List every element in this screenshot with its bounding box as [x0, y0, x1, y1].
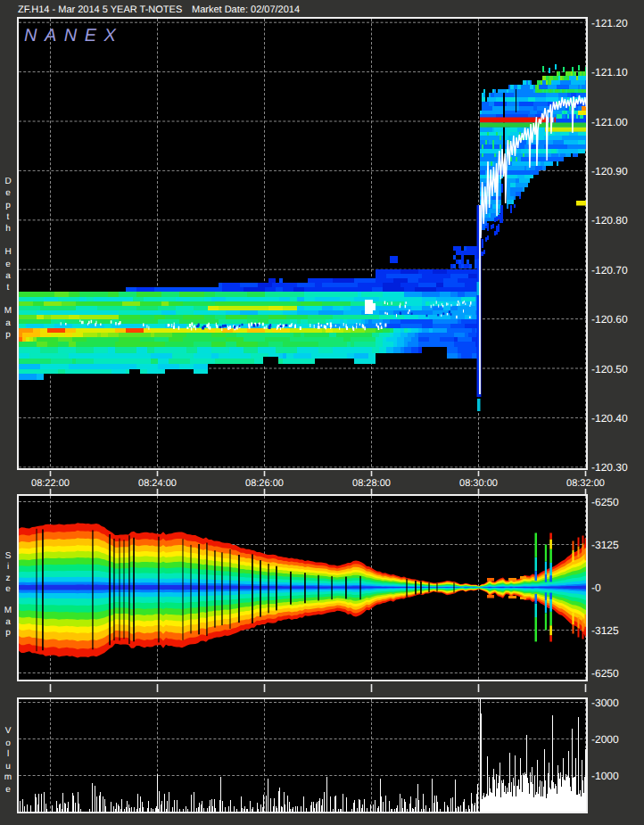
svg-text:m: m	[4, 772, 12, 782]
svg-text:08:32:00: 08:32:00	[566, 478, 605, 489]
svg-text:M: M	[4, 606, 12, 615]
svg-text:p: p	[5, 201, 11, 210]
svg-text:08:28:00: 08:28:00	[352, 478, 391, 489]
svg-text:p: p	[5, 330, 11, 340]
svg-text:i: i	[7, 562, 9, 572]
svg-text:V: V	[5, 726, 12, 736]
svg-text:-3125: -3125	[591, 624, 619, 637]
svg-text:-121.00: -121.00	[591, 116, 628, 128]
svg-text:-6250: -6250	[591, 667, 619, 680]
svg-text:o: o	[5, 738, 11, 748]
svg-text:a: a	[5, 318, 11, 328]
svg-text:-3000: -3000	[591, 697, 619, 709]
svg-text:Market Date: 02/07/2014: Market Date: 02/07/2014	[192, 4, 300, 15]
svg-text:-121.10: -121.10	[591, 66, 628, 78]
svg-text:-2000: -2000	[591, 733, 619, 746]
svg-text:h: h	[5, 224, 11, 234]
svg-text:t: t	[7, 283, 10, 293]
svg-text:08:30:00: 08:30:00	[459, 478, 498, 489]
svg-text:e: e	[5, 785, 11, 795]
svg-text:l: l	[7, 749, 9, 759]
svg-text:-121.20: -121.20	[591, 17, 628, 29]
svg-text:D: D	[4, 177, 11, 186]
svg-text:e: e	[5, 188, 11, 198]
svg-text:08:26:00: 08:26:00	[245, 478, 284, 489]
svg-text:e: e	[5, 260, 11, 269]
svg-text:-120.40: -120.40	[591, 412, 628, 425]
svg-text:z: z	[6, 573, 11, 583]
svg-text:S: S	[5, 551, 12, 561]
svg-text:-6250: -6250	[591, 496, 619, 508]
svg-text:t: t	[7, 212, 10, 222]
svg-text:p: p	[5, 628, 11, 638]
svg-text:08:24:00: 08:24:00	[138, 478, 177, 489]
svg-text:a: a	[5, 271, 11, 281]
svg-text:a: a	[5, 617, 11, 627]
svg-text:-120.60: -120.60	[591, 313, 628, 326]
svg-text:-120.30: -120.30	[591, 461, 628, 474]
svg-text:M: M	[4, 306, 12, 316]
svg-text:H: H	[4, 247, 11, 257]
svg-text:-120.70: -120.70	[591, 264, 628, 276]
svg-text:ZF.H14 - Mar 2014 5 YEAR T-NOT: ZF.H14 - Mar 2014 5 YEAR T-NOTES	[18, 4, 182, 15]
svg-text:08:22:00: 08:22:00	[31, 478, 70, 489]
svg-text:-3125: -3125	[591, 539, 619, 551]
svg-text:NANEX: NANEX	[24, 26, 123, 45]
svg-text:-120.90: -120.90	[591, 165, 628, 177]
svg-text:e: e	[5, 584, 11, 594]
svg-text:-0: -0	[591, 582, 601, 594]
svg-text:-120.80: -120.80	[591, 214, 628, 227]
svg-text:-1000: -1000	[591, 770, 619, 782]
svg-text:-120.50: -120.50	[591, 363, 628, 375]
svg-text:u: u	[5, 762, 11, 771]
